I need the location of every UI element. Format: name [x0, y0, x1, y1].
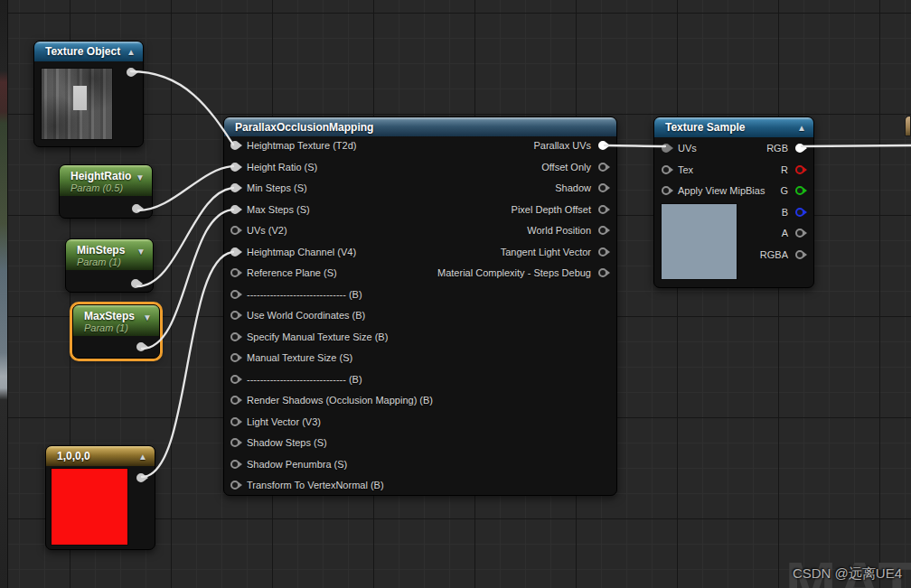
output-pin[interactable]	[598, 205, 607, 214]
input-pin[interactable]	[230, 438, 239, 447]
node-max-steps[interactable]: MaxSteps Param (1) ▼	[72, 304, 160, 359]
input-pin[interactable]	[230, 163, 239, 172]
material-graph-canvas[interactable]: Texture Object ▲ HeightRatio Param (0.5)…	[0, 0, 911, 588]
pin-label: ------------------------------ (B)	[247, 289, 362, 300]
pin-label: Tex	[678, 164, 693, 175]
input-row: ------------------------------ (B)	[230, 369, 433, 390]
output-pin[interactable]	[598, 141, 607, 150]
output-row: World Position	[437, 220, 607, 242]
output-pin-list: RGB R G B A RGBA	[760, 138, 804, 266]
pin-label: Apply View MipBias	[678, 185, 765, 196]
input-pin[interactable]	[230, 205, 239, 214]
node-title: MinSteps	[77, 244, 125, 257]
output-pin-rgb[interactable]	[795, 144, 804, 153]
input-pin[interactable]	[662, 186, 671, 195]
pin-label: RGB	[766, 143, 788, 154]
output-row: B	[760, 201, 804, 223]
param-subtitle: Param (0.5)	[70, 182, 145, 193]
node-min-steps[interactable]: MinSteps Param (1) ▼	[65, 238, 154, 293]
clipped-node-edge[interactable]	[905, 116, 911, 136]
input-pin[interactable]	[230, 481, 239, 490]
output-pin-rgba[interactable]	[795, 250, 804, 259]
node-parallax-occlusion-mapping[interactable]: ParallaxOcclusionMapping Heightmap Textu…	[223, 117, 617, 496]
input-pin[interactable]	[230, 353, 239, 362]
input-pin[interactable]	[230, 183, 239, 192]
input-pin[interactable]	[230, 396, 239, 405]
output-pin[interactable]	[132, 204, 141, 213]
node-header[interactable]: Texture Sample ▲	[654, 117, 813, 137]
node-header[interactable]: Texture Object ▲	[34, 42, 143, 61]
output-pin[interactable]	[136, 473, 146, 482]
collapse-arrow-icon[interactable]: ▼	[136, 247, 146, 257]
output-pin[interactable]	[598, 268, 607, 277]
csdn-watermark: CSDN @远离UE4	[793, 565, 902, 583]
texture-preview	[41, 68, 113, 140]
pin-label: UVs	[678, 143, 697, 154]
output-pin-r[interactable]	[795, 165, 804, 174]
node-texture-sample[interactable]: Texture Sample ▲ UVs Tex Apply View MipB…	[653, 117, 814, 288]
pin-label: Transform To VertexNormal (B)	[247, 480, 384, 490]
input-pin[interactable]	[230, 311, 239, 320]
pin-label: Offset Only	[541, 162, 591, 173]
output-pin-b[interactable]	[795, 208, 804, 217]
pin-label: Shadow	[555, 182, 591, 193]
input-pin[interactable]	[230, 460, 239, 469]
input-row: Shadow Steps (S)	[230, 433, 433, 454]
input-row: Heightmap Channel (V4)	[230, 241, 433, 263]
pin-label: ------------------------------ (B)	[247, 374, 362, 385]
output-pin-g[interactable]	[795, 186, 804, 195]
output-row: A	[760, 223, 804, 245]
input-row: UVs (V2)	[230, 220, 433, 242]
node-header[interactable]: MaxSteps Param (1) ▼	[73, 305, 159, 336]
input-pin[interactable]	[230, 247, 239, 257]
pin-label: Use World Coordinates (B)	[247, 310, 365, 321]
output-pin[interactable]	[598, 226, 607, 235]
output-pin[interactable]	[136, 342, 146, 351]
node-header[interactable]: MinSteps Param (1) ▼	[66, 239, 153, 270]
pin-label: Light Vector (V3)	[247, 416, 321, 427]
input-pin[interactable]	[662, 144, 671, 153]
input-pin[interactable]	[230, 290, 239, 299]
input-pin[interactable]	[230, 226, 239, 235]
output-pin[interactable]	[131, 279, 140, 288]
collapse-arrow-icon[interactable]: ▲	[797, 123, 806, 133]
pin-label: Pixel Depth Offset	[512, 204, 591, 215]
input-pin[interactable]	[230, 417, 239, 426]
collapse-arrow-icon[interactable]: ▲	[138, 452, 147, 462]
input-row: Shadow Penumbra (S)	[230, 453, 433, 475]
input-row: Light Vector (V3)	[230, 411, 433, 433]
input-pin[interactable]	[230, 332, 239, 341]
node-header[interactable]: ParallaxOcclusionMapping	[224, 117, 616, 136]
output-pin[interactable]	[598, 163, 607, 172]
node-header[interactable]: 1,0,0,0 ▲	[46, 446, 155, 466]
output-pin[interactable]	[598, 183, 607, 192]
sampled-texture-preview	[661, 203, 737, 280]
input-row: Heightmap Texture (T2d)	[230, 135, 433, 157]
param-subtitle: Param (1)	[77, 257, 146, 267]
node-texture-object[interactable]: Texture Object ▲	[33, 41, 144, 147]
collapse-arrow-icon[interactable]: ▼	[143, 313, 152, 322]
input-pin[interactable]	[662, 165, 671, 174]
collapse-arrow-icon[interactable]: ▲	[127, 47, 136, 57]
output-row: RGBA	[760, 244, 804, 266]
input-row: Render Shadows (Occlusion Mapping) (B)	[230, 390, 433, 412]
pin-label: Height Ratio (S)	[247, 162, 317, 173]
node-height-ratio[interactable]: HeightRatio Param (0.5) ▼	[59, 164, 153, 219]
input-pin[interactable]	[230, 141, 239, 150]
node-constant-vector[interactable]: 1,0,0,0 ▲	[45, 445, 155, 550]
output-pin[interactable]	[127, 68, 136, 77]
pin-label: Tangent Light Vector	[501, 247, 591, 257]
output-pin[interactable]	[598, 247, 607, 257]
output-pin-a[interactable]	[795, 229, 804, 238]
collapse-arrow-icon[interactable]: ▼	[136, 173, 145, 182]
output-row: R	[760, 159, 804, 181]
pin-label: Heightmap Channel (V4)	[247, 247, 356, 257]
input-pin[interactable]	[230, 375, 239, 384]
input-row: UVs	[662, 138, 765, 160]
output-row: Offset Only	[437, 156, 607, 178]
input-pin[interactable]	[230, 268, 239, 277]
node-title: ParallaxOcclusionMapping	[235, 121, 373, 134]
node-header[interactable]: HeightRatio Param (0.5) ▼	[60, 165, 152, 196]
input-pin-list: UVs Tex Apply View MipBias	[662, 138, 765, 202]
output-row: Shadow	[437, 178, 607, 200]
